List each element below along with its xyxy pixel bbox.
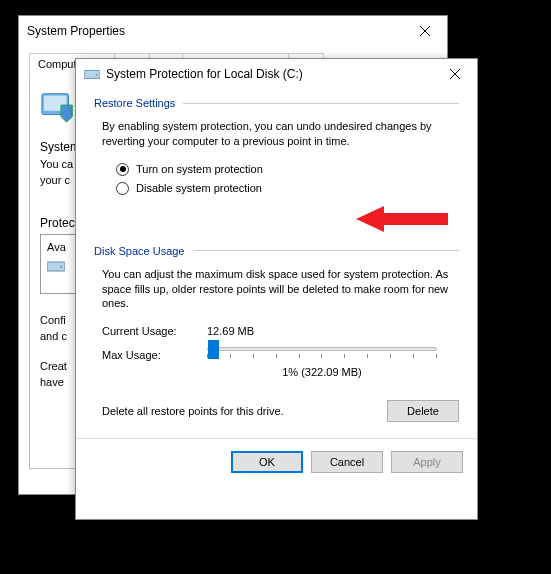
svg-point-5 [60, 266, 62, 268]
system-protection-dialog: System Protection for Local Disk (C:) Re… [75, 58, 478, 520]
slider-thumb[interactable] [208, 340, 219, 359]
apply-button[interactable]: Apply [391, 451, 463, 473]
max-usage-row: Max Usage: 1% (322.09 MB) [102, 345, 459, 378]
group-restore-settings: Restore Settings [94, 97, 459, 109]
radio-icon [116, 163, 129, 176]
restore-description: By enabling system protection, you can u… [102, 119, 459, 149]
titlebar: System Properties [19, 16, 447, 46]
close-icon [450, 69, 460, 79]
drive-icon [47, 259, 65, 273]
dialog-title: System Protection for Local Disk (C:) [106, 67, 433, 81]
delete-description: Delete all restore points for this drive… [102, 405, 387, 417]
radio-turn-on[interactable]: Turn on system protection [116, 163, 459, 176]
group-disk-space: Disk Space Usage [94, 245, 459, 257]
delete-button[interactable]: Delete [387, 400, 459, 422]
close-icon [420, 26, 430, 36]
window-title: System Properties [27, 24, 403, 38]
slider-ticks [207, 354, 437, 360]
radio-icon [116, 182, 129, 195]
svg-point-7 [96, 74, 98, 76]
current-usage-label: Current Usage: [102, 325, 207, 337]
current-usage-row: Current Usage: 12.69 MB [102, 325, 459, 337]
ok-button[interactable]: OK [231, 451, 303, 473]
svg-marker-10 [356, 206, 448, 232]
slider-caption: 1% (322.09 MB) [207, 366, 437, 378]
svg-rect-4 [47, 262, 65, 271]
group-label: Disk Space Usage [94, 245, 185, 257]
shield-icon [40, 88, 78, 126]
max-usage-slider[interactable] [207, 347, 437, 351]
max-usage-label: Max Usage: [102, 345, 207, 378]
titlebar: System Protection for Local Disk (C:) [76, 59, 477, 89]
current-usage-value: 12.69 MB [207, 325, 254, 337]
drive-icon [84, 67, 100, 81]
dialog-buttons: OK Cancel Apply [76, 438, 477, 485]
radio-disable[interactable]: Disable system protection [116, 182, 459, 195]
cancel-button[interactable]: Cancel [311, 451, 383, 473]
annotation-arrow-icon [356, 204, 456, 234]
radio-label: Turn on system protection [136, 163, 263, 175]
close-button[interactable] [433, 59, 477, 89]
disk-description: You can adjust the maximum disk space us… [102, 267, 459, 312]
group-label: Restore Settings [94, 97, 175, 109]
svg-rect-6 [84, 70, 100, 78]
close-button[interactable] [403, 16, 447, 46]
radio-label: Disable system protection [136, 182, 262, 194]
